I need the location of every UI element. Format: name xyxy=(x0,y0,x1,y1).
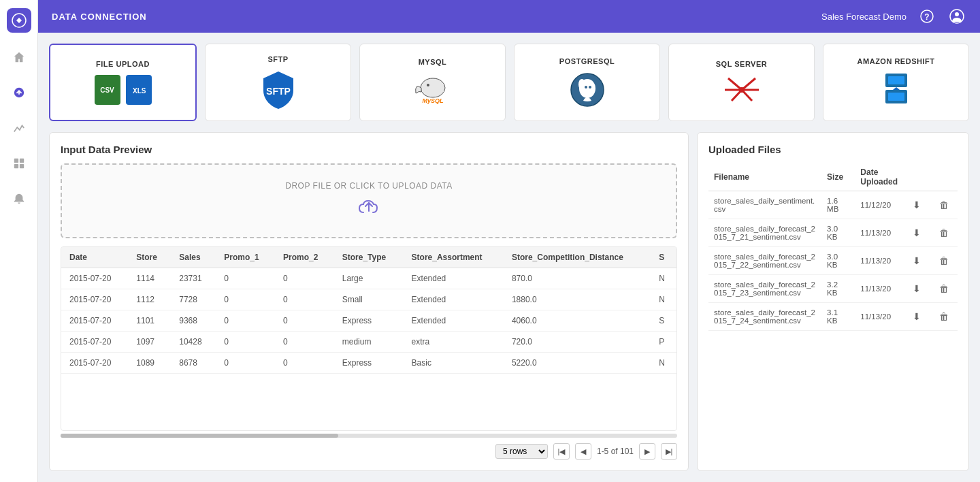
files-col-date: DateUploaded xyxy=(855,163,903,191)
tab-mysql-label: MYSQL xyxy=(419,58,447,66)
table-row: 2015-07-2011142373100LargeExtended870.0N xyxy=(61,268,676,289)
svg-point-25 xyxy=(739,87,745,93)
table-cell-r0-c5: Large xyxy=(334,268,404,289)
file-download-btn-2[interactable]: ⬇ xyxy=(909,253,925,269)
preview-title: Input Data Preview xyxy=(61,144,677,155)
tab-postgresql-icons xyxy=(570,72,605,108)
tab-amazon-redshift[interactable]: AMAZON REDSHIFT xyxy=(823,44,969,121)
file-download-btn-1[interactable]: ⬇ xyxy=(909,225,925,241)
pagination-range: 1-5 of 101 xyxy=(597,447,634,456)
files-table: Filename Size DateUploaded store_sales_d… xyxy=(708,163,958,331)
file-size-3: 3.2 KB xyxy=(821,275,855,303)
bottom-row: Input Data Preview DROP FILE OR CLICK TO… xyxy=(49,132,969,482)
file-delete-btn-4[interactable]: 🗑 xyxy=(936,308,952,325)
table-cell-r0-c3: 0 xyxy=(216,268,275,289)
table-cell-r3-c8: P xyxy=(651,332,676,353)
table-cell-r3-c3: 0 xyxy=(216,332,275,353)
svg-text:?: ? xyxy=(924,12,929,22)
tab-amazon-redshift-label: AMAZON REDSHIFT xyxy=(858,57,935,65)
table-body: 2015-07-2011142373100LargeExtended870.0N… xyxy=(61,268,676,374)
table-cell-r0-c0: 2015-07-20 xyxy=(61,268,128,289)
file-download-btn-3[interactable]: ⬇ xyxy=(909,280,925,297)
scrollbar-thumb[interactable] xyxy=(61,434,338,438)
sidebar-item-grid[interactable] xyxy=(8,152,30,174)
table-col-sales: Sales xyxy=(171,247,216,268)
table-col-store_competition_distance: Store_Competition_Distance xyxy=(504,247,651,268)
table-col-promo_1: Promo_1 xyxy=(216,247,275,268)
prev-page-btn[interactable]: ◀ xyxy=(575,443,591,460)
next-page-btn[interactable]: ▶ xyxy=(639,443,655,460)
svg-rect-3 xyxy=(14,164,18,168)
table-col-store: Store xyxy=(128,247,171,268)
svg-rect-4 xyxy=(19,164,23,168)
file-dropzone[interactable]: DROP FILE OR CLICK TO UPLOAD DATA xyxy=(61,163,677,238)
sidebar-item-chart[interactable] xyxy=(8,117,30,139)
file-size-2: 3.0 KB xyxy=(821,247,855,275)
table-cell-r4-c4: 0 xyxy=(275,353,334,374)
tab-sftp[interactable]: SFTP SFTP xyxy=(205,44,351,121)
file-delete-btn-0[interactable]: 🗑 xyxy=(936,197,952,213)
file-delete-btn-cell-3: 🗑 xyxy=(930,275,958,303)
file-row: store_sales_daily_forecast_2015_7_24_sen… xyxy=(708,303,958,331)
redshift-icon xyxy=(881,72,911,108)
file-delete-btn-2[interactable]: 🗑 xyxy=(936,253,952,269)
files-header-row: Filename Size DateUploaded xyxy=(708,163,958,191)
preview-panel: Input Data Preview DROP FILE OR CLICK TO… xyxy=(49,132,689,471)
svg-text:MySQL: MySQL xyxy=(422,97,443,104)
svg-point-17 xyxy=(585,86,587,89)
first-page-btn[interactable]: |◀ xyxy=(553,443,570,460)
svg-marker-30 xyxy=(893,87,900,90)
app-logo[interactable] xyxy=(7,8,31,33)
file-delete-btn-cell-2: 🗑 xyxy=(930,247,958,275)
tab-amazon-redshift-icons xyxy=(881,72,911,108)
tab-sql-server[interactable]: SQL SERVER xyxy=(668,44,815,121)
table-cell-r2-c6: Extended xyxy=(404,310,504,332)
tab-sql-server-icons xyxy=(721,75,762,105)
table-cell-r0-c7: 870.0 xyxy=(504,268,651,289)
sidebar-item-notifications[interactable] xyxy=(8,188,30,210)
file-download-btn-0[interactable]: ⬇ xyxy=(909,197,925,213)
file-delete-btn-3[interactable]: 🗑 xyxy=(936,280,952,297)
table-cell-r0-c2: 23731 xyxy=(171,268,216,289)
help-icon-btn[interactable]: ? xyxy=(917,7,936,26)
table-cell-r3-c2: 10428 xyxy=(171,332,216,353)
rows-per-page-select[interactable]: 5 rows 10 rows 25 rows 50 rows xyxy=(495,444,548,459)
svg-point-12 xyxy=(427,84,429,86)
xls-icon: XLS xyxy=(126,75,152,105)
file-row: store_sales_daily_forecast_2015_7_23_sen… xyxy=(708,275,958,303)
table-cell-r4-c0: 2015-07-20 xyxy=(61,353,128,374)
file-download-btn-cell-0: ⬇ xyxy=(903,191,930,219)
file-delete-btn-1[interactable]: 🗑 xyxy=(936,225,952,241)
tab-mysql-icons: MySQL xyxy=(409,73,457,107)
files-panel: Uploaded Files Filename Size DateUploade… xyxy=(697,132,969,471)
table-col-date: Date xyxy=(61,247,128,268)
user-avatar-btn[interactable] xyxy=(947,7,966,26)
file-row: store_sales_daily_forecast_2015_7_21_sen… xyxy=(708,219,958,247)
file-size-1: 3.0 KB xyxy=(821,219,855,247)
table-row: 2015-07-2010971042800mediumextra720.0P xyxy=(61,332,676,353)
file-name-2: store_sales_daily_forecast_2015_7_22_sen… xyxy=(708,247,821,275)
file-delete-btn-cell-4: 🗑 xyxy=(930,303,958,331)
data-table-wrapper[interactable]: DateStoreSalesPromo_1Promo_2Store_TypeSt… xyxy=(61,246,677,431)
tab-mysql[interactable]: MYSQL MySQL xyxy=(359,44,506,121)
tab-file-upload[interactable]: FILE UPLOAD CSV XLS xyxy=(49,44,197,121)
table-row: 2015-07-201112772800SmallExtended1880.0N xyxy=(61,289,676,310)
svg-text:SFTP: SFTP xyxy=(266,86,291,97)
horizontal-scrollbar[interactable] xyxy=(61,434,677,438)
table-cell-r0-c4: 0 xyxy=(275,268,334,289)
last-page-btn[interactable]: ▶| xyxy=(661,443,677,460)
tab-postgresql[interactable]: POSTGRESQL xyxy=(514,44,660,121)
table-col-store_type: Store_Type xyxy=(334,247,404,268)
upload-cloud-icon xyxy=(357,196,381,221)
table-cell-r3-c0: 2015-07-20 xyxy=(61,332,128,353)
file-size-4: 3.1 KB xyxy=(821,303,855,331)
sidebar-item-home[interactable] xyxy=(8,46,30,68)
file-download-btn-4[interactable]: ⬇ xyxy=(909,308,925,325)
topbar: DATA CONNECTION Sales Forecast Demo ? xyxy=(38,0,980,33)
sidebar-item-upload[interactable] xyxy=(8,82,30,103)
content-area: FILE UPLOAD CSV XLS SFTP xyxy=(38,33,980,482)
table-cell-r4-c1: 1089 xyxy=(128,353,171,374)
connection-tabs: FILE UPLOAD CSV XLS SFTP xyxy=(49,44,969,121)
table-cell-r1-c0: 2015-07-20 xyxy=(61,289,128,310)
file-download-btn-cell-3: ⬇ xyxy=(903,275,930,303)
